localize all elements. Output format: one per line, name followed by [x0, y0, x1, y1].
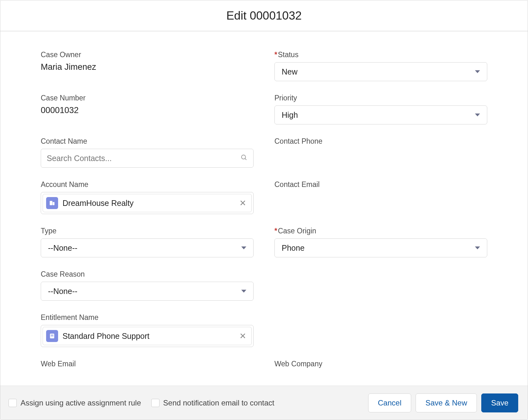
field-priority: Priority High — [274, 94, 487, 124]
required-indicator: * — [274, 51, 277, 59]
account-name-label: Account Name — [41, 180, 254, 189]
field-contact-phone: Contact Phone — [274, 137, 487, 168]
status-label: *Status — [274, 51, 487, 59]
save-and-new-button[interactable]: Save & New — [416, 393, 477, 412]
field-web-company: Web Company — [274, 360, 487, 371]
type-value: --None-- — [48, 243, 77, 253]
account-name-pill: DreamHouse Realty ✕ — [43, 194, 252, 212]
case-owner-label: Case Owner — [41, 51, 254, 59]
case-origin-select[interactable]: Phone — [274, 238, 487, 257]
entitlement-icon — [46, 330, 58, 342]
modal-title: Edit 00001032 — [0, 9, 528, 22]
status-value: New — [282, 67, 297, 76]
field-entitlement-name: Entitlement Name Standard Phone Support … — [41, 313, 254, 347]
priority-select[interactable]: High — [274, 105, 487, 124]
svg-rect-3 — [53, 202, 55, 205]
entitlement-name-pill: Standard Phone Support ✕ — [43, 327, 252, 345]
svg-rect-2 — [50, 201, 52, 205]
priority-value: High — [282, 111, 298, 120]
svg-rect-5 — [51, 335, 53, 335]
modal-header: Edit 00001032 — [0, 0, 528, 32]
case-reason-value: --None-- — [48, 287, 77, 296]
chevron-down-icon — [475, 70, 480, 73]
modal-body: Case Owner Maria Jimenez *Status New Cas… — [0, 32, 528, 386]
case-number-label: Case Number — [41, 94, 254, 102]
chevron-down-icon — [241, 290, 246, 293]
field-web-email: Web Email — [41, 360, 254, 371]
type-label: Type — [41, 227, 254, 235]
field-contact-name: Contact Name — [41, 137, 254, 168]
field-case-number: Case Number 00001032 — [41, 94, 254, 124]
remove-account-button[interactable]: ✕ — [238, 197, 248, 209]
svg-point-0 — [242, 155, 246, 159]
field-case-reason: Case Reason --None-- — [41, 270, 254, 301]
field-status: *Status New — [274, 51, 487, 81]
case-reason-select[interactable]: --None-- — [41, 282, 254, 301]
contact-name-label: Contact Name — [41, 137, 254, 146]
field-type: Type --None-- — [41, 227, 254, 261]
edit-case-modal: Edit 00001032 Case Owner Maria Jimenez *… — [0, 0, 528, 420]
modal-footer: Assign using active assignment rule Send… — [0, 386, 528, 420]
case-reason-label: Case Reason — [41, 270, 254, 279]
svg-line-1 — [245, 159, 247, 160]
send-notification-checkbox[interactable] — [151, 399, 159, 407]
field-account-name: Account Name DreamHouse Realty ✕ — [41, 180, 254, 214]
web-email-label: Web Email — [41, 360, 254, 368]
entitlement-name-value: Standard Phone Support — [63, 332, 234, 341]
assign-rule-label: Assign using active assignment rule — [21, 399, 141, 407]
field-case-owner: Case Owner Maria Jimenez — [41, 51, 254, 81]
save-button[interactable]: Save — [481, 393, 518, 412]
contact-name-lookup[interactable] — [41, 149, 254, 168]
status-select[interactable]: New — [274, 62, 487, 81]
account-icon — [46, 197, 58, 209]
chevron-down-icon — [475, 114, 480, 117]
case-owner-value: Maria Jimenez — [41, 62, 254, 72]
send-notification-group: Send notification email to contact — [151, 399, 274, 407]
search-icon — [241, 154, 248, 162]
chevron-down-icon — [475, 247, 480, 249]
case-number-value: 00001032 — [41, 105, 254, 115]
assign-rule-group: Assign using active assignment rule — [9, 399, 141, 407]
remove-entitlement-button[interactable]: ✕ — [238, 330, 248, 342]
account-name-value: DreamHouse Realty — [63, 199, 234, 208]
entitlement-name-label: Entitlement Name — [41, 313, 254, 322]
priority-label: Priority — [274, 94, 487, 102]
svg-rect-6 — [51, 336, 53, 336]
entitlement-name-lookup[interactable]: Standard Phone Support ✕ — [41, 325, 254, 347]
assign-rule-checkbox[interactable] — [9, 399, 17, 407]
chevron-down-icon — [241, 247, 246, 249]
type-select[interactable]: --None-- — [41, 238, 254, 257]
field-case-origin: *Case Origin Phone — [274, 227, 487, 257]
contact-email-label: Contact Email — [274, 180, 487, 189]
send-notification-label: Send notification email to contact — [163, 399, 274, 407]
case-origin-value: Phone — [282, 243, 304, 253]
contact-phone-label: Contact Phone — [274, 137, 487, 146]
field-contact-email: Contact Email — [274, 180, 487, 214]
web-company-label: Web Company — [274, 360, 487, 368]
required-indicator: * — [274, 227, 277, 235]
cancel-button[interactable]: Cancel — [368, 393, 411, 412]
case-origin-label: *Case Origin — [274, 227, 487, 235]
contact-name-input[interactable] — [47, 154, 241, 163]
account-name-lookup[interactable]: DreamHouse Realty ✕ — [41, 192, 254, 214]
